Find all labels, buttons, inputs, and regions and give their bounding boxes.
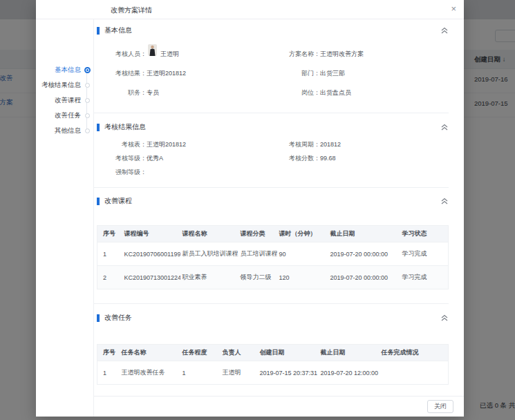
col-deadline: 截止日期 — [319, 345, 380, 361]
nav-item-result-info[interactable]: 考核结果信息 — [36, 77, 93, 93]
step-dot-icon — [81, 98, 93, 103]
nav-item-label: 改善任务 — [55, 111, 81, 120]
nav-item-label: 基本信息 — [55, 66, 81, 75]
field-duty: 职务： 专员 — [97, 83, 279, 102]
section-title: 改善课程 — [104, 196, 132, 206]
tasks-table: 序号 任务名称 任务程度 负责人 创建日期 截止日期 任务完成情况 — [97, 344, 449, 385]
section-title: 考核结果信息 — [104, 122, 146, 132]
field-forced-grade: 强制等级： — [97, 165, 279, 179]
col-create-date: 创建日期 — [258, 345, 319, 361]
collapse-chevron-icon[interactable] — [441, 314, 448, 321]
section-basic-info: 基本信息 考核人员： 王道明 方案名称： 王道明改善方案 — [94, 19, 449, 113]
col-course-code: 课程编号 — [122, 226, 180, 242]
collapse-chevron-icon[interactable] — [441, 27, 448, 34]
courses-table: 序号 课程编号 课程名称 课程分类 课时（分钟） 截止日期 学习状态 — [97, 225, 449, 289]
col-seq: 序号 — [97, 345, 120, 361]
dialog-content: 基本信息 考核人员： 王道明 方案名称： 王道明改善方案 — [94, 19, 465, 417]
col-task-level: 任务程度 — [180, 345, 221, 361]
avatar — [148, 44, 157, 56]
nav-item-other-info[interactable]: 其他信息 — [36, 123, 93, 138]
plan-detail-dialog: 改善方案详情 × 基本信息 考核结果信息 改善课程 — [36, 0, 464, 417]
step-dot-active-icon — [81, 67, 93, 73]
field-assessee: 考核人员： 王道明 — [97, 44, 279, 64]
anchor-nav: 基本信息 考核结果信息 改善课程 改善任务 其他信息 — [36, 19, 94, 417]
screen: 创建日期 ↓ 明改善 2019-07-16 善方案 2019-07-15 已选 … — [0, 0, 515, 420]
course-row[interactable]: 1 KC20190706001199 新员工入职培训课程 员工培训课程 90 2… — [97, 242, 449, 266]
col-duration: 课时（分钟） — [277, 226, 328, 242]
field-department: 部门： 出货三部 — [279, 64, 449, 83]
col-seq: 序号 — [97, 226, 122, 242]
field-post: 岗位： 出货盘点员 — [279, 83, 449, 102]
dialog-header: 改善方案详情 × — [36, 0, 464, 19]
step-dot-icon — [81, 83, 93, 88]
step-dot-icon — [81, 128, 93, 133]
field-assess-grade: 考核等级： 优秀A — [97, 151, 279, 165]
tasks-table-header-row: 序号 任务名称 任务程度 负责人 创建日期 截止日期 任务完成情况 — [97, 345, 449, 361]
section-title: 改善任务 — [104, 313, 132, 323]
section-marker-bar — [97, 124, 100, 131]
collapse-chevron-icon[interactable] — [441, 198, 448, 204]
section-courses: 改善课程 序号 课程编号 课程名称 课程分类 课时（分钟） — [94, 188, 449, 304]
close-button[interactable]: 关闭 — [427, 400, 453, 413]
field-assess-result: 考核结果： 王道明201812 — [97, 64, 279, 83]
collapse-chevron-icon[interactable] — [441, 124, 448, 131]
section-marker-bar — [97, 198, 100, 205]
course-row[interactable]: 2 KC20190713001224 职业素养 领导力二级 120 2019-0… — [97, 266, 449, 289]
step-dot-icon — [81, 113, 93, 118]
section-marker-bar — [97, 314, 100, 322]
dialog-footer: 关闭 — [94, 396, 464, 417]
nav-item-label: 其他信息 — [55, 126, 81, 135]
section-marker-bar — [97, 27, 100, 35]
nav-item-label: 考核结果信息 — [41, 81, 81, 90]
courses-table-header-row: 序号 课程编号 课程名称 课程分类 课时（分钟） 截止日期 学习状态 — [97, 226, 449, 242]
nav-item-courses[interactable]: 改善课程 — [36, 93, 93, 108]
close-icon[interactable]: × — [451, 3, 456, 15]
field-plan-name: 方案名称： 王道明改善方案 — [279, 44, 449, 64]
field-assess-score: 考核分数： 99.68 — [279, 151, 449, 165]
task-row[interactable]: 1 王道明改善任务 1 王道明 2019-07-15 20:37:31 2019… — [97, 361, 449, 385]
col-course-category: 课程分类 — [238, 226, 277, 242]
col-course-name: 课程名称 — [180, 226, 238, 242]
col-deadline: 截止日期 — [328, 226, 400, 242]
dialog-title: 改善方案详情 — [111, 6, 152, 15]
field-empty — [279, 165, 449, 179]
nav-item-basic-info[interactable]: 基本信息 — [36, 62, 93, 77]
field-assess-period: 考核周期： 201812 — [279, 137, 449, 151]
field-assess-form: 考核表： 王道明201812 — [97, 137, 279, 151]
col-task-name: 任务名称 — [120, 345, 180, 361]
nav-item-label: 改善课程 — [55, 96, 81, 105]
section-tasks: 改善任务 序号 任务名称 任务程度 负责人 创建日期 截 — [94, 304, 449, 385]
col-completion: 任务完成情况 — [380, 345, 449, 361]
section-title: 基本信息 — [104, 26, 132, 35]
nav-item-tasks[interactable]: 改善任务 — [36, 108, 93, 123]
section-result-info: 考核结果信息 考核表： 王道明201812 考核周期： 201812 — [94, 113, 449, 188]
col-owner: 负责人 — [221, 345, 258, 361]
col-study-status: 学习状态 — [400, 226, 449, 242]
